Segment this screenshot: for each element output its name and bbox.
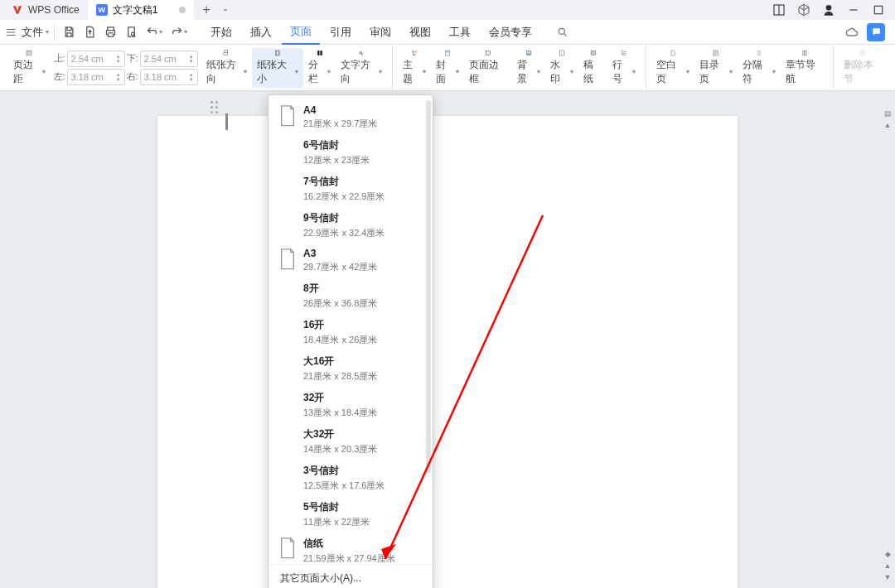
page-size-name: 6号信封	[303, 138, 370, 152]
text-direction-button[interactable]: A 文字方向▾	[336, 48, 387, 88]
tab-start[interactable]: 开始	[202, 21, 240, 44]
page-size-option[interactable]: 32开13厘米 x 18.4厘米	[268, 387, 433, 423]
ruler-handle[interactable]	[206, 101, 222, 130]
blank-page-button[interactable]: 空白页▾	[651, 48, 694, 88]
tab-document[interactable]: W 文字文稿1	[88, 0, 195, 20]
page-size-name: A4	[303, 104, 377, 116]
titlebar: WPS Office W 文字文稿1 +	[0, 0, 895, 20]
window-controls	[772, 3, 892, 17]
svg-text:Aa: Aa	[413, 52, 416, 55]
background-button[interactable]: 背景▾	[512, 48, 545, 88]
avatar-icon[interactable]	[822, 3, 835, 17]
page-size-name: 信纸	[303, 537, 395, 551]
separator-label: 分隔符	[743, 58, 771, 86]
cloud-icon[interactable]	[845, 26, 859, 39]
page-icon	[278, 248, 297, 271]
cover-label: 封面	[436, 58, 454, 86]
page-size-option[interactable]: 3号信封12.5厘米 x 17.6厘米	[268, 460, 433, 496]
page-size-option[interactable]: 信纸21.59厘米 x 27.94厘米	[268, 533, 433, 564]
svg-point-2	[826, 5, 832, 11]
tab-reference[interactable]: 引用	[322, 21, 360, 44]
page-size-option[interactable]: 大32开14厘米 x 20.3厘米	[268, 423, 433, 460]
undo-button[interactable]: ▾	[146, 26, 162, 38]
watermark-button[interactable]: A 水印▾	[545, 48, 578, 88]
grid-paper-button[interactable]: 稿纸	[578, 48, 607, 88]
page-border-label: 页面边框	[469, 58, 506, 86]
svg-point-7	[559, 28, 564, 34]
page-size-option[interactable]: A329.7厘米 x 42厘米	[268, 243, 433, 277]
document-page[interactable]	[157, 116, 738, 588]
tab-review[interactable]: 审阅	[361, 21, 399, 44]
page-size-option[interactable]: 8开26厘米 x 36.8厘米	[268, 277, 433, 314]
margin-bottom-input[interactable]: 2.54 cm▲▼	[140, 51, 198, 67]
ribbon: 页边距▾ 上: 2.54 cm▲▼ 下: 2.54 cm▲▼ 左: 3.18 c…	[0, 45, 895, 91]
page-size-dimensions: 26厘米 x 36.8厘米	[303, 297, 377, 310]
page-size-option[interactable]: 5号信封11厘米 x 22厘米	[268, 496, 433, 533]
tab-tools[interactable]: 工具	[441, 21, 479, 44]
tab-view[interactable]: 视图	[401, 21, 439, 44]
tab-page[interactable]: 页面	[282, 20, 320, 45]
page-size-option[interactable]: 7号信封16.2厘米 x 22.9厘米	[268, 171, 433, 207]
page-border-button[interactable]: 页面边框	[464, 48, 511, 88]
print-icon[interactable]	[104, 26, 117, 38]
margin-top-label: 上:	[54, 52, 65, 65]
page-size-dimensions: 11厘米 x 22厘米	[303, 516, 370, 528]
separator-button[interactable]: 分隔符▾	[738, 48, 781, 88]
tab-more-icon[interactable]	[220, 5, 230, 15]
page-size-name: 大32开	[303, 427, 377, 441]
page-margin-button[interactable]: 页边距▾	[8, 48, 51, 88]
margin-top-input[interactable]: 2.54 cm▲▼	[67, 51, 125, 67]
tab-member[interactable]: 会员专享	[481, 21, 540, 44]
print-preview-icon[interactable]	[125, 26, 138, 38]
line-number-label: 行号	[612, 58, 631, 86]
save-icon[interactable]	[63, 26, 75, 38]
page-size-dimensions: 29.7厘米 x 42厘米	[303, 261, 377, 273]
hamburger-icon[interactable]	[5, 27, 17, 38]
toc-page-button[interactable]: 目录页▾	[694, 48, 738, 88]
margin-left-input[interactable]: 3.18 cm▲▼	[67, 69, 125, 85]
svg-rect-17	[414, 51, 416, 52]
page-size-option[interactable]: 大16开21厘米 x 28.5厘米	[268, 350, 433, 387]
tab-close-dot[interactable]	[179, 7, 186, 13]
tab-add-button[interactable]: +	[194, 2, 218, 17]
page-size-dimensions: 13厘米 x 18.4厘米	[303, 407, 377, 419]
document-area	[0, 91, 895, 588]
assistant-button[interactable]	[867, 23, 885, 41]
chapter-nav-button[interactable]: 章节导航	[781, 48, 829, 88]
page-size-dimensions: 21.59厘米 x 27.94厘米	[303, 552, 395, 564]
theme-button[interactable]: Aa 主题▾	[398, 48, 431, 88]
maximize-icon[interactable]	[872, 3, 885, 17]
margin-right-input[interactable]: 3.18 cm▲▼	[140, 69, 198, 85]
minimize-icon[interactable]	[847, 3, 860, 17]
tab-insert[interactable]: 插入	[242, 21, 280, 44]
page-size-option[interactable]: 6号信封12厘米 x 23厘米	[268, 134, 433, 171]
orientation-button[interactable]: 纸张方向▾	[201, 48, 253, 88]
other-page-size-item[interactable]: 其它页面大小(A)...	[268, 564, 433, 588]
export-icon[interactable]	[84, 26, 96, 38]
dropdown-scrollbar[interactable]	[426, 100, 431, 473]
menubar: 文件 ▾ ▾ ▾ 开始 插入 页面 引用 审阅 视图 工具 会员专享	[0, 20, 895, 45]
page-size-option[interactable]: 9号信封22.9厘米 x 32.4厘米	[268, 207, 433, 243]
line-number-button[interactable]: 123 行号▾	[607, 48, 641, 88]
svg-line-8	[564, 33, 567, 36]
layout-icon[interactable]	[772, 3, 786, 17]
chevron-down-icon: ▾	[46, 28, 49, 36]
page-size-button[interactable]: 纸张大小▾	[252, 48, 303, 88]
svg-rect-9	[27, 51, 31, 55]
columns-button[interactable]: 分栏▾	[303, 48, 336, 88]
svg-rect-10	[28, 51, 31, 54]
margin-left-label: 左:	[54, 70, 65, 83]
scroll-indicator-bottom[interactable]: ◆▲▼	[882, 550, 893, 581]
search-icon[interactable]	[557, 27, 568, 38]
cube-icon[interactable]	[797, 3, 810, 17]
page-size-option[interactable]: 16开18.4厘米 x 26厘米	[268, 314, 433, 350]
file-menu[interactable]: 文件 ▾	[17, 25, 54, 40]
tab-app[interactable]: WPS Office	[3, 0, 88, 20]
cover-button[interactable]: 封面▾	[431, 48, 464, 88]
page-size-option[interactable]: A421厘米 x 29.7厘米	[268, 100, 433, 134]
svg-rect-12	[224, 52, 228, 55]
file-menu-label: 文件	[22, 25, 43, 40]
scroll-indicator-top[interactable]: ▤▲	[882, 109, 893, 129]
delete-section-button[interactable]: 删除本节	[839, 48, 887, 88]
redo-button[interactable]: ▾	[171, 26, 187, 38]
